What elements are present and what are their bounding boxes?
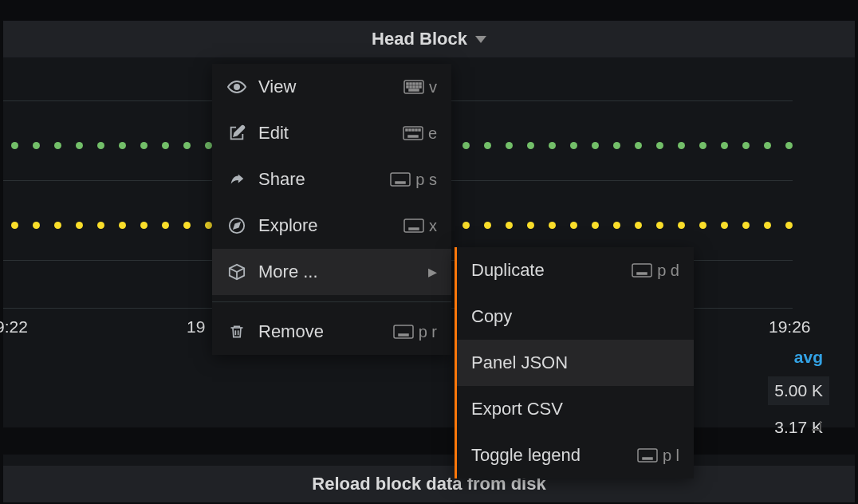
chart-dot (527, 222, 534, 229)
menu-item-shortcut: x (403, 217, 437, 235)
menu-item-label: Export CSV (471, 399, 679, 419)
chart-dot (699, 142, 706, 149)
shortcut-key: e (428, 124, 437, 143)
chart-dot (635, 222, 642, 229)
svg-rect-15 (409, 129, 411, 131)
submenu-item-copy[interactable]: Copy (457, 293, 694, 340)
svg-rect-10 (416, 86, 418, 88)
submenu-item-toggle-legend[interactable]: Toggle legend p l (457, 432, 694, 478)
xaxis-tick: 9:22 (0, 317, 28, 337)
menu-item-label: Toggle legend (471, 445, 626, 466)
menu-item-shortcut: e (403, 124, 437, 143)
menu-item-label: Remove (258, 321, 382, 342)
bottom-panel: Reload block data from disk (3, 455, 855, 502)
chart-dot (183, 142, 191, 149)
menu-item-label: Explore (258, 215, 392, 236)
share-icon (226, 171, 247, 188)
svg-rect-33 (643, 458, 652, 459)
bottom-panel-title-bar[interactable]: Reload block data from disk (3, 466, 855, 502)
svg-rect-5 (416, 83, 418, 85)
chart-dot (570, 142, 577, 149)
shortcut-key: x (429, 217, 437, 235)
compass-icon (226, 217, 247, 234)
svg-rect-3 (410, 83, 411, 85)
chart-dot (119, 142, 126, 149)
chart-dot (570, 222, 577, 229)
menu-item-label: View (258, 77, 392, 97)
chart-dot (699, 222, 706, 229)
legend-header[interactable]: avg (768, 348, 823, 367)
menu-separator (212, 301, 451, 302)
menu-item-explore[interactable]: Explore x (212, 203, 451, 249)
chart-dot (785, 222, 793, 229)
chart-dot (635, 142, 642, 149)
chart-dot (462, 142, 470, 149)
chevron-right-icon: ▸ (428, 262, 437, 282)
menu-item-label: Duplicate (471, 260, 620, 281)
chart-dot (205, 222, 212, 229)
chart-dot (764, 142, 771, 149)
svg-rect-17 (415, 129, 417, 131)
svg-rect-2 (407, 83, 408, 85)
svg-rect-4 (413, 83, 415, 85)
menu-item-label: Panel JSON (471, 352, 679, 373)
cube-icon (226, 263, 247, 281)
panel-context-menu: View v Edit e Share p s (212, 64, 451, 355)
menu-item-view[interactable]: View v (212, 64, 451, 110)
menu-item-label: Share (258, 169, 379, 190)
shortcut-key: p s (415, 171, 437, 189)
chart-dot (11, 222, 18, 229)
chart-dot (33, 222, 40, 229)
chart-dot (678, 142, 685, 149)
chart-dot (742, 142, 750, 149)
menu-item-more[interactable]: More ... ▸ (212, 249, 451, 295)
shortcut-key: v (429, 78, 437, 96)
submenu-item-panel-json[interactable]: Panel JSON (457, 340, 694, 386)
xaxis-tick: 19 (187, 317, 205, 337)
chart-dot (527, 142, 534, 149)
menu-item-remove[interactable]: Remove p r (212, 309, 451, 355)
panel-title-bar[interactable]: Head Block (3, 21, 855, 57)
svg-rect-8 (410, 86, 411, 88)
keyboard-icon (403, 219, 424, 233)
resize-handle-icon[interactable] (812, 421, 821, 431)
keyboard-icon (403, 126, 423, 140)
menu-item-label: More ... (258, 262, 417, 282)
svg-rect-14 (406, 129, 407, 131)
chart-dot (54, 222, 61, 229)
chart-dot (764, 222, 771, 229)
svg-rect-19 (408, 136, 418, 137)
chart-dot (742, 222, 750, 229)
chart-dot (140, 222, 148, 229)
menu-item-share[interactable]: Share p s (212, 156, 451, 203)
edit-icon (226, 124, 247, 142)
chart-dot (785, 142, 793, 149)
submenu-item-export-csv[interactable]: Export CSV (457, 386, 694, 432)
chart-dot (76, 222, 83, 229)
chart-dot (97, 222, 104, 229)
svg-point-0 (234, 85, 239, 89)
chart-dot (183, 222, 191, 229)
menu-item-shortcut: v (403, 78, 437, 96)
chart-dot (162, 142, 169, 149)
chart-dot (656, 222, 663, 229)
chart-dot (678, 222, 685, 229)
legend-row[interactable]: 5.00 K (768, 376, 829, 405)
svg-rect-11 (419, 86, 421, 88)
chart-dot (721, 222, 728, 229)
chart-dot (613, 222, 620, 229)
menu-item-label: Copy (471, 306, 679, 327)
chart-dot (721, 142, 728, 149)
keyboard-icon (390, 172, 411, 187)
chart-dot (11, 142, 18, 149)
svg-rect-7 (407, 86, 408, 88)
svg-rect-31 (637, 273, 647, 274)
svg-rect-25 (409, 228, 419, 230)
menu-item-shortcut: p s (390, 171, 437, 189)
xaxis-tick: 19:26 (769, 317, 811, 337)
menu-item-edit[interactable]: Edit e (212, 110, 451, 156)
chart-dot (205, 142, 212, 149)
chart-dot (54, 142, 61, 149)
panel-title: Head Block (372, 29, 467, 49)
submenu-item-duplicate[interactable]: Duplicate p d (457, 247, 694, 293)
